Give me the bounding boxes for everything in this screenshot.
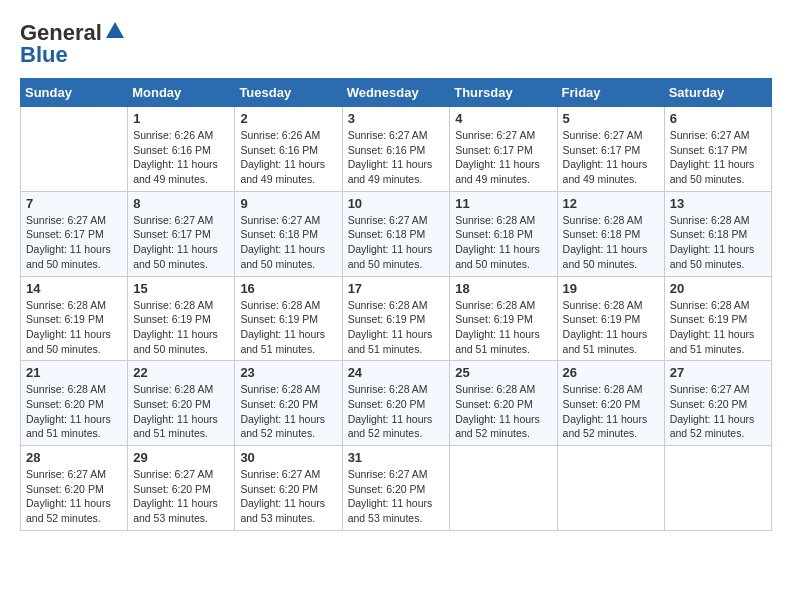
- calendar-cell: 7Sunrise: 6:27 AMSunset: 6:17 PMDaylight…: [21, 191, 128, 276]
- calendar-cell: 19Sunrise: 6:28 AMSunset: 6:19 PMDayligh…: [557, 276, 664, 361]
- day-of-week-header: Thursday: [450, 79, 557, 107]
- calendar-cell: 4Sunrise: 6:27 AMSunset: 6:17 PMDaylight…: [450, 107, 557, 192]
- day-info: Sunrise: 6:27 AMSunset: 6:17 PMDaylight:…: [133, 213, 229, 272]
- day-info: Sunrise: 6:28 AMSunset: 6:19 PMDaylight:…: [563, 298, 659, 357]
- calendar-cell: 6Sunrise: 6:27 AMSunset: 6:17 PMDaylight…: [664, 107, 771, 192]
- day-number: 30: [240, 450, 336, 465]
- calendar-cell: 13Sunrise: 6:28 AMSunset: 6:18 PMDayligh…: [664, 191, 771, 276]
- calendar-header-row: SundayMondayTuesdayWednesdayThursdayFrid…: [21, 79, 772, 107]
- day-number: 19: [563, 281, 659, 296]
- day-info: Sunrise: 6:27 AMSunset: 6:18 PMDaylight:…: [240, 213, 336, 272]
- day-info: Sunrise: 6:28 AMSunset: 6:18 PMDaylight:…: [455, 213, 551, 272]
- day-number: 8: [133, 196, 229, 211]
- day-of-week-header: Monday: [128, 79, 235, 107]
- day-number: 31: [348, 450, 445, 465]
- calendar-cell: 12Sunrise: 6:28 AMSunset: 6:18 PMDayligh…: [557, 191, 664, 276]
- calendar-cell: 30Sunrise: 6:27 AMSunset: 6:20 PMDayligh…: [235, 446, 342, 531]
- day-number: 26: [563, 365, 659, 380]
- day-number: 29: [133, 450, 229, 465]
- day-of-week-header: Tuesday: [235, 79, 342, 107]
- calendar-week-row: 28Sunrise: 6:27 AMSunset: 6:20 PMDayligh…: [21, 446, 772, 531]
- day-info: Sunrise: 6:27 AMSunset: 6:17 PMDaylight:…: [26, 213, 122, 272]
- calendar-cell: [450, 446, 557, 531]
- day-number: 16: [240, 281, 336, 296]
- day-number: 4: [455, 111, 551, 126]
- day-info: Sunrise: 6:28 AMSunset: 6:20 PMDaylight:…: [455, 382, 551, 441]
- day-info: Sunrise: 6:28 AMSunset: 6:20 PMDaylight:…: [348, 382, 445, 441]
- svg-marker-0: [106, 22, 124, 38]
- logo-icon: [104, 20, 126, 42]
- day-number: 18: [455, 281, 551, 296]
- calendar-week-row: 21Sunrise: 6:28 AMSunset: 6:20 PMDayligh…: [21, 361, 772, 446]
- day-number: 3: [348, 111, 445, 126]
- calendar-cell: 21Sunrise: 6:28 AMSunset: 6:20 PMDayligh…: [21, 361, 128, 446]
- logo: General Blue: [20, 20, 126, 68]
- calendar-cell: [664, 446, 771, 531]
- day-number: 5: [563, 111, 659, 126]
- day-info: Sunrise: 6:28 AMSunset: 6:18 PMDaylight:…: [563, 213, 659, 272]
- page-header: General Blue: [20, 20, 772, 68]
- calendar-cell: 2Sunrise: 6:26 AMSunset: 6:16 PMDaylight…: [235, 107, 342, 192]
- calendar-cell: 22Sunrise: 6:28 AMSunset: 6:20 PMDayligh…: [128, 361, 235, 446]
- calendar-table: SundayMondayTuesdayWednesdayThursdayFrid…: [20, 78, 772, 531]
- day-info: Sunrise: 6:28 AMSunset: 6:19 PMDaylight:…: [26, 298, 122, 357]
- day-number: 6: [670, 111, 766, 126]
- day-of-week-header: Saturday: [664, 79, 771, 107]
- calendar-cell: 28Sunrise: 6:27 AMSunset: 6:20 PMDayligh…: [21, 446, 128, 531]
- day-of-week-header: Friday: [557, 79, 664, 107]
- day-info: Sunrise: 6:26 AMSunset: 6:16 PMDaylight:…: [240, 128, 336, 187]
- calendar-week-row: 14Sunrise: 6:28 AMSunset: 6:19 PMDayligh…: [21, 276, 772, 361]
- day-info: Sunrise: 6:27 AMSunset: 6:20 PMDaylight:…: [26, 467, 122, 526]
- calendar-cell: [557, 446, 664, 531]
- day-number: 2: [240, 111, 336, 126]
- day-info: Sunrise: 6:28 AMSunset: 6:19 PMDaylight:…: [240, 298, 336, 357]
- calendar-cell: 14Sunrise: 6:28 AMSunset: 6:19 PMDayligh…: [21, 276, 128, 361]
- day-info: Sunrise: 6:27 AMSunset: 6:17 PMDaylight:…: [563, 128, 659, 187]
- day-number: 1: [133, 111, 229, 126]
- calendar-cell: [21, 107, 128, 192]
- calendar-cell: 25Sunrise: 6:28 AMSunset: 6:20 PMDayligh…: [450, 361, 557, 446]
- day-number: 7: [26, 196, 122, 211]
- day-number: 20: [670, 281, 766, 296]
- day-of-week-header: Sunday: [21, 79, 128, 107]
- calendar-cell: 15Sunrise: 6:28 AMSunset: 6:19 PMDayligh…: [128, 276, 235, 361]
- day-info: Sunrise: 6:27 AMSunset: 6:18 PMDaylight:…: [348, 213, 445, 272]
- calendar-week-row: 7Sunrise: 6:27 AMSunset: 6:17 PMDaylight…: [21, 191, 772, 276]
- calendar-cell: 3Sunrise: 6:27 AMSunset: 6:16 PMDaylight…: [342, 107, 450, 192]
- calendar-cell: 24Sunrise: 6:28 AMSunset: 6:20 PMDayligh…: [342, 361, 450, 446]
- day-info: Sunrise: 6:28 AMSunset: 6:20 PMDaylight:…: [240, 382, 336, 441]
- day-number: 10: [348, 196, 445, 211]
- calendar-cell: 26Sunrise: 6:28 AMSunset: 6:20 PMDayligh…: [557, 361, 664, 446]
- day-info: Sunrise: 6:28 AMSunset: 6:20 PMDaylight:…: [133, 382, 229, 441]
- calendar-cell: 23Sunrise: 6:28 AMSunset: 6:20 PMDayligh…: [235, 361, 342, 446]
- day-info: Sunrise: 6:27 AMSunset: 6:17 PMDaylight:…: [670, 128, 766, 187]
- day-info: Sunrise: 6:27 AMSunset: 6:20 PMDaylight:…: [348, 467, 445, 526]
- day-number: 15: [133, 281, 229, 296]
- day-number: 9: [240, 196, 336, 211]
- day-info: Sunrise: 6:27 AMSunset: 6:16 PMDaylight:…: [348, 128, 445, 187]
- calendar-cell: 31Sunrise: 6:27 AMSunset: 6:20 PMDayligh…: [342, 446, 450, 531]
- calendar-cell: 1Sunrise: 6:26 AMSunset: 6:16 PMDaylight…: [128, 107, 235, 192]
- calendar-cell: 5Sunrise: 6:27 AMSunset: 6:17 PMDaylight…: [557, 107, 664, 192]
- day-info: Sunrise: 6:27 AMSunset: 6:20 PMDaylight:…: [670, 382, 766, 441]
- day-number: 23: [240, 365, 336, 380]
- calendar-cell: 16Sunrise: 6:28 AMSunset: 6:19 PMDayligh…: [235, 276, 342, 361]
- day-number: 28: [26, 450, 122, 465]
- day-of-week-header: Wednesday: [342, 79, 450, 107]
- day-number: 14: [26, 281, 122, 296]
- day-number: 27: [670, 365, 766, 380]
- day-info: Sunrise: 6:27 AMSunset: 6:20 PMDaylight:…: [133, 467, 229, 526]
- day-number: 25: [455, 365, 551, 380]
- calendar-cell: 29Sunrise: 6:27 AMSunset: 6:20 PMDayligh…: [128, 446, 235, 531]
- calendar-cell: 27Sunrise: 6:27 AMSunset: 6:20 PMDayligh…: [664, 361, 771, 446]
- calendar-cell: 8Sunrise: 6:27 AMSunset: 6:17 PMDaylight…: [128, 191, 235, 276]
- day-info: Sunrise: 6:28 AMSunset: 6:19 PMDaylight:…: [455, 298, 551, 357]
- day-info: Sunrise: 6:26 AMSunset: 6:16 PMDaylight:…: [133, 128, 229, 187]
- calendar-week-row: 1Sunrise: 6:26 AMSunset: 6:16 PMDaylight…: [21, 107, 772, 192]
- day-info: Sunrise: 6:28 AMSunset: 6:19 PMDaylight:…: [670, 298, 766, 357]
- day-info: Sunrise: 6:28 AMSunset: 6:20 PMDaylight:…: [563, 382, 659, 441]
- day-number: 12: [563, 196, 659, 211]
- day-number: 17: [348, 281, 445, 296]
- day-number: 11: [455, 196, 551, 211]
- day-number: 21: [26, 365, 122, 380]
